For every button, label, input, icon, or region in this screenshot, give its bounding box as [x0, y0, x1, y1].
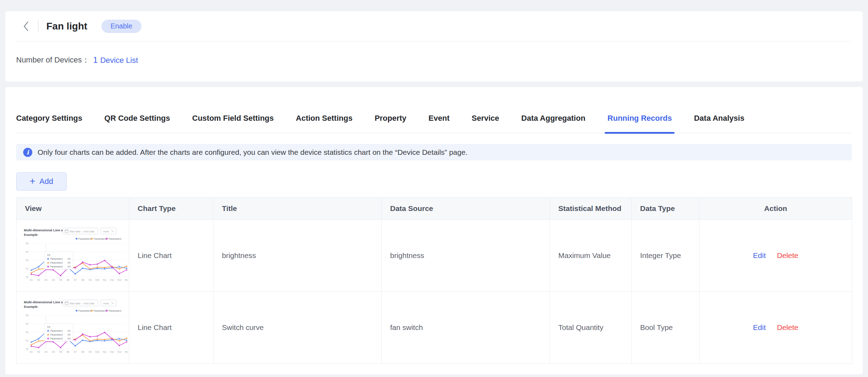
svg-text:XX: XX [67, 265, 71, 268]
statistical-method-cell: Maximum Value [550, 220, 632, 292]
svg-text:X4: X4 [52, 351, 55, 353]
svg-text:X8: X8 [81, 279, 84, 281]
svg-text:X10: X10 [95, 351, 99, 353]
title-cell: brightness [213, 220, 382, 292]
devices-count: 1 [93, 55, 98, 65]
add-button[interactable]: + Add [16, 172, 67, 191]
table-header-row: ViewChart TypeTitleData SourceStatistica… [17, 198, 852, 220]
svg-text:Y4: Y4 [25, 251, 28, 253]
svg-text:Start date: Start date [70, 302, 80, 305]
column-header-chart-type: Chart Type [129, 198, 213, 220]
title-row: Fan light Enable [16, 11, 852, 41]
info-icon: i [23, 148, 32, 157]
delete-link[interactable]: Delete [777, 323, 798, 332]
svg-text:Parameter3: Parameter3 [50, 337, 63, 340]
svg-text:Parameter2: Parameter2 [50, 262, 63, 264]
info-banner-text: Only four charts can be added. After the… [38, 148, 467, 157]
edit-link[interactable]: Edit [753, 323, 766, 332]
svg-text:Parameter1: Parameter1 [50, 330, 63, 332]
tab-data-aggregation[interactable]: Data Aggregation [521, 107, 586, 133]
svg-text:more: more [103, 302, 109, 305]
svg-text:Y3: Y3 [25, 259, 28, 262]
svg-text:Y2: Y2 [25, 267, 28, 270]
tab-property[interactable]: Property [375, 107, 406, 133]
devices-row: Number of Devices： 1 Device List [16, 41, 852, 65]
main-card: Category SettingsQR Code SettingsCustom … [5, 87, 863, 374]
svg-text:X11: X11 [103, 279, 106, 281]
svg-text:Parameter2: Parameter2 [50, 333, 63, 336]
svg-text:X3: X3 [45, 279, 47, 281]
svg-text:X7: X7 [74, 351, 77, 353]
svg-text:Y1: Y1 [25, 348, 28, 350]
svg-text:Y5: Y5 [25, 314, 28, 317]
back-button[interactable] [19, 19, 33, 33]
svg-text:Parameter3: Parameter3 [50, 265, 63, 268]
devices-label: Number of Devices： [16, 55, 90, 65]
svg-text:Parameter3: Parameter3 [108, 238, 121, 240]
svg-text:Y3: Y3 [25, 331, 28, 333]
svg-text:Start date: Start date [70, 230, 80, 233]
svg-text:X3: X3 [45, 351, 47, 353]
delete-link[interactable]: Delete [777, 251, 798, 260]
svg-text:Y4: Y4 [25, 323, 28, 325]
divider [38, 20, 39, 32]
column-header-action: Action [699, 198, 852, 220]
svg-text:X14: X14 [125, 279, 128, 281]
svg-text:Example: Example [24, 305, 38, 309]
svg-text:X6: X6 [67, 279, 70, 281]
status-badge: Enable [101, 20, 142, 33]
table-row: Multi-dimensional Line sChartExampleStar… [17, 292, 852, 364]
svg-text:Y2: Y2 [25, 339, 28, 342]
svg-text:XX: XX [67, 333, 71, 336]
chart-preview-thumbnail[interactable]: Multi-dimensional Line sChartExampleStar… [23, 226, 128, 285]
svg-text:X3: X3 [47, 253, 50, 257]
tab-data-analysis[interactable]: Data Analysis [694, 107, 744, 133]
svg-text:Parameter1: Parameter1 [50, 258, 63, 260]
svg-text:X2: X2 [37, 279, 40, 281]
svg-text:Parameter2: Parameter2 [93, 238, 106, 240]
tab-category-settings[interactable]: Category Settings [16, 107, 82, 133]
data-source-cell: brightness [382, 220, 550, 292]
running-records-table: ViewChart TypeTitleData SourceStatistica… [16, 197, 852, 364]
title-cell: Switch curve [213, 292, 382, 364]
tab-event[interactable]: Event [428, 107, 449, 133]
data-type-cell: Bool Type [632, 292, 699, 364]
svg-text:X7: X7 [74, 279, 77, 281]
plus-icon: + [30, 177, 35, 186]
tab-service[interactable]: Service [472, 107, 499, 133]
page-title: Fan light [46, 21, 87, 32]
svg-text:X12: X12 [110, 351, 114, 353]
svg-text:Y1: Y1 [25, 276, 28, 278]
device-list-label: Device List [100, 56, 138, 65]
svg-text:X2: X2 [37, 351, 40, 353]
chart-type-cell: Line Chart [129, 220, 213, 292]
tab-qr-code-settings[interactable]: QR Code Settings [104, 107, 170, 133]
data-type-cell: Integer Type [632, 220, 699, 292]
svg-text:End Date: End Date [84, 230, 94, 233]
svg-text:Parameter2: Parameter2 [93, 310, 106, 312]
back-chevron-icon [23, 21, 29, 32]
chart-preview-thumbnail[interactable]: Multi-dimensional Line sChartExampleStar… [23, 298, 128, 357]
svg-text:X10: X10 [95, 279, 99, 281]
table-body: Multi-dimensional Line sChartExampleStar… [17, 220, 852, 364]
chart-type-cell: Line Chart [129, 292, 213, 364]
svg-text:–: – [81, 302, 83, 305]
column-header-data-type: Data Type [632, 198, 699, 220]
svg-text:Y5: Y5 [25, 242, 28, 245]
svg-text:X13: X13 [117, 351, 121, 353]
tab-running-records[interactable]: Running Records [607, 107, 672, 133]
svg-text:XX: XX [67, 258, 71, 260]
tab-action-settings[interactable]: Action Settings [296, 107, 353, 133]
svg-text:X13: X13 [117, 279, 121, 281]
svg-text:XX: XX [67, 262, 71, 264]
edit-link[interactable]: Edit [753, 251, 766, 260]
svg-text:Parameter1: Parameter1 [78, 238, 91, 240]
svg-text:X9: X9 [88, 351, 91, 353]
column-header-title: Title [213, 198, 382, 220]
device-list-link[interactable]: 1 Device List [93, 55, 138, 65]
data-source-cell: fan switch [382, 292, 550, 364]
tab-custom-field-settings[interactable]: Custom Field Settings [192, 107, 274, 133]
svg-text:–: – [81, 230, 83, 233]
svg-text:X4: X4 [52, 279, 55, 281]
svg-text:X1: X1 [30, 351, 33, 353]
